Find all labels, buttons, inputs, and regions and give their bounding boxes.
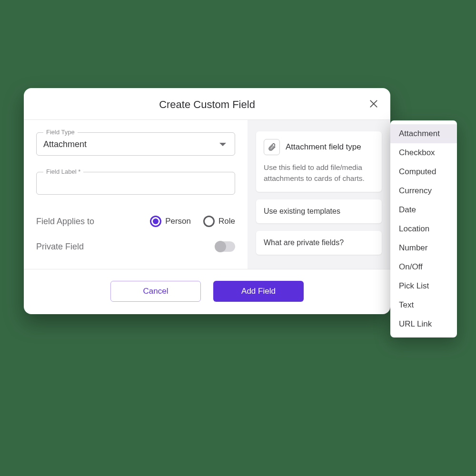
dropdown-item-urllink[interactable]: URL Link [390, 315, 457, 334]
applies-to-role-radio[interactable]: Role [203, 216, 235, 227]
dialog-title: Create Custom Field [24, 99, 390, 111]
dropdown-item-onoff[interactable]: On/Off [390, 258, 457, 277]
field-type-info-card: Attachment field type Use this field to … [256, 131, 382, 192]
info-description: Use this field to add file/media attachm… [264, 162, 374, 184]
applies-to-row: Field Applies to Person Role [36, 216, 235, 227]
add-field-button[interactable]: Add Field [213, 281, 304, 302]
form-pane: Field Type Attachment Field Label * Fiel… [24, 120, 248, 269]
dropdown-item-number[interactable]: Number [390, 238, 457, 258]
dropdown-item-checkbox[interactable]: Checkbox [390, 143, 457, 162]
field-label-input-wrap[interactable]: Field Label * [36, 172, 235, 195]
field-type-select[interactable]: Field Type Attachment [36, 132, 235, 156]
dropdown-item-computed[interactable]: Computed [390, 162, 457, 181]
radio-icon [150, 216, 161, 227]
radio-icon [203, 216, 215, 227]
field-type-dropdown[interactable]: Attachment Checkbox Computed Currency Da… [390, 120, 457, 337]
applies-to-label: Field Applies to [36, 217, 94, 227]
dropdown-item-attachment[interactable]: Attachment [390, 124, 457, 143]
chevron-down-icon [219, 143, 226, 146]
private-fields-link-label: What are private fields? [264, 238, 344, 247]
dropdown-item-location[interactable]: Location [390, 219, 457, 238]
attachment-icon [264, 139, 280, 155]
field-type-value: Attachment [43, 139, 87, 149]
dialog-header: Create Custom Field [24, 88, 390, 120]
info-title: Attachment field type [286, 142, 361, 152]
dropdown-item-picklist[interactable]: Pick List [390, 277, 457, 296]
templates-link-card[interactable]: Use existing templates [256, 199, 382, 223]
close-button[interactable] [366, 96, 382, 112]
add-field-button-label: Add Field [241, 287, 276, 296]
applies-to-radio-group: Person Role [150, 216, 235, 227]
private-field-label: Private Field [36, 242, 84, 252]
templates-link-label: Use existing templates [264, 207, 340, 215]
dialog-body: Field Type Attachment Field Label * Fiel… [24, 120, 390, 269]
toggle-knob [215, 241, 226, 252]
dropdown-item-date[interactable]: Date [390, 200, 457, 219]
dialog-footer: Cancel Add Field [24, 269, 390, 314]
field-type-label: Field Type [43, 129, 78, 136]
radio-label-person: Person [165, 217, 191, 226]
create-custom-field-dialog: Create Custom Field Field Type Attachmen… [24, 88, 390, 314]
cancel-button-label: Cancel [143, 287, 169, 296]
radio-label-role: Role [218, 217, 235, 226]
private-fields-link-card[interactable]: What are private fields? [256, 231, 382, 255]
cancel-button[interactable]: Cancel [110, 281, 201, 302]
info-pane: Attachment field type Use this field to … [248, 120, 390, 269]
dropdown-item-text[interactable]: Text [390, 296, 457, 315]
applies-to-person-radio[interactable]: Person [150, 216, 191, 227]
field-label-input[interactable] [43, 179, 228, 188]
dropdown-item-currency[interactable]: Currency [390, 181, 457, 200]
private-field-toggle[interactable] [215, 241, 235, 252]
field-label-label: Field Label * [43, 168, 83, 175]
close-icon [369, 99, 378, 109]
private-field-row: Private Field [36, 241, 235, 252]
